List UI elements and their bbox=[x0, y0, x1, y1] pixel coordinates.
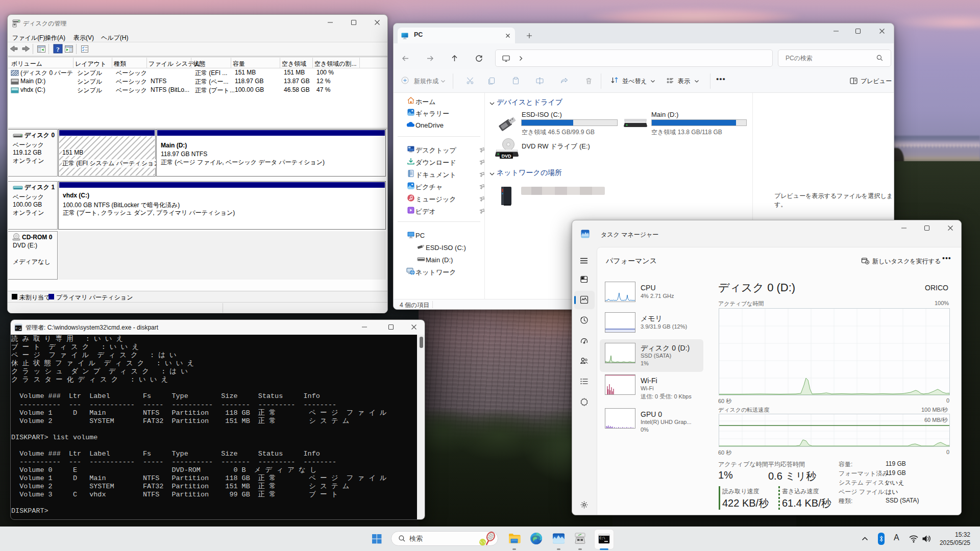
svg-text:DVD: DVD bbox=[501, 154, 511, 159]
svg-text:?: ? bbox=[56, 45, 60, 53]
svg-text:C:\: C:\ bbox=[599, 537, 605, 540]
